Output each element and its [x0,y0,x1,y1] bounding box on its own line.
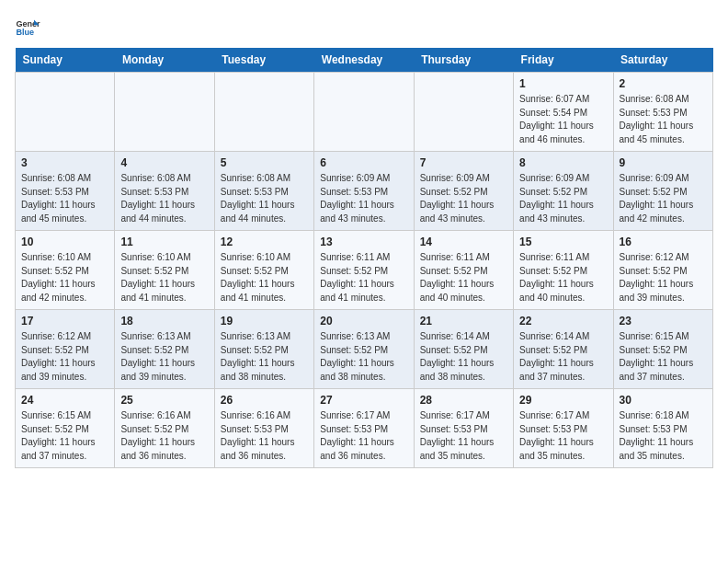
calendar-cell: 6Sunrise: 6:09 AM Sunset: 5:53 PM Daylig… [314,152,414,231]
day-number: 6 [320,156,407,169]
day-number: 26 [221,394,308,407]
calendar-cell: 12Sunrise: 6:10 AM Sunset: 5:52 PM Dayli… [214,231,313,310]
calendar-cell: 25Sunrise: 6:16 AM Sunset: 5:52 PM Dayli… [115,389,214,468]
day-number: 7 [420,156,507,169]
day-info: Sunrise: 6:15 AM Sunset: 5:52 PM Dayligh… [21,409,108,463]
day-info: Sunrise: 6:13 AM Sunset: 5:52 PM Dayligh… [120,330,208,384]
day-info: Sunrise: 6:11 AM Sunset: 5:52 PM Dayligh… [420,251,507,304]
day-info: Sunrise: 6:12 AM Sunset: 5:52 PM Dayligh… [21,330,108,384]
day-number: 29 [519,394,607,407]
day-number: 8 [519,156,607,169]
logo-icon: General Blue [15,15,40,40]
day-info: Sunrise: 6:10 AM Sunset: 5:52 PM Dayligh… [21,251,108,304]
day-info: Sunrise: 6:17 AM Sunset: 5:53 PM Dayligh… [519,409,607,463]
day-info: Sunrise: 6:17 AM Sunset: 5:53 PM Dayligh… [320,409,407,463]
calendar-cell: 8Sunrise: 6:09 AM Sunset: 5:52 PM Daylig… [514,152,613,231]
calendar-cell: 20Sunrise: 6:13 AM Sunset: 5:52 PM Dayli… [314,310,414,389]
calendar-cell: 22Sunrise: 6:14 AM Sunset: 5:52 PM Dayli… [514,310,613,389]
calendar-cell: 10Sunrise: 6:10 AM Sunset: 5:52 PM Dayli… [16,231,115,310]
weekday-header-friday: Friday [514,48,613,73]
day-info: Sunrise: 6:08 AM Sunset: 5:53 PM Dayligh… [120,172,208,225]
calendar-cell: 1Sunrise: 6:07 AM Sunset: 5:54 PM Daylig… [514,73,613,152]
day-number: 1 [519,77,607,90]
weekday-header-wednesday: Wednesday [314,48,414,73]
calendar-cell: 13Sunrise: 6:11 AM Sunset: 5:52 PM Dayli… [314,231,414,310]
weekday-header-monday: Monday [115,48,214,73]
day-number: 3 [21,156,108,169]
calendar-table: SundayMondayTuesdayWednesdayThursdayFrid… [15,48,713,468]
calendar-cell [214,73,313,152]
day-number: 12 [221,236,308,248]
week-row-5: 24Sunrise: 6:15 AM Sunset: 5:52 PM Dayli… [16,389,713,468]
calendar-cell: 11Sunrise: 6:10 AM Sunset: 5:52 PM Dayli… [115,231,214,310]
day-number: 25 [120,394,208,407]
weekday-header-row: SundayMondayTuesdayWednesdayThursdayFrid… [16,48,713,73]
day-number: 16 [620,236,707,248]
calendar-cell: 27Sunrise: 6:17 AM Sunset: 5:53 PM Dayli… [314,389,414,468]
calendar-cell: 29Sunrise: 6:17 AM Sunset: 5:53 PM Dayli… [514,389,613,468]
weekday-header-saturday: Saturday [613,48,712,73]
day-number: 28 [420,394,507,407]
day-number: 10 [21,236,108,248]
page-header: General Blue [15,15,713,40]
day-number: 27 [320,394,407,407]
day-number: 23 [620,315,707,327]
day-number: 22 [519,315,607,327]
week-row-4: 17Sunrise: 6:12 AM Sunset: 5:52 PM Dayli… [16,310,713,389]
day-number: 17 [21,315,108,327]
day-info: Sunrise: 6:10 AM Sunset: 5:52 PM Dayligh… [120,251,208,304]
day-info: Sunrise: 6:14 AM Sunset: 5:52 PM Dayligh… [519,330,607,384]
calendar-cell [115,73,214,152]
day-info: Sunrise: 6:12 AM Sunset: 5:52 PM Dayligh… [620,251,707,304]
day-number: 21 [420,315,507,327]
day-number: 4 [120,156,208,169]
day-info: Sunrise: 6:16 AM Sunset: 5:52 PM Dayligh… [120,409,208,463]
calendar-cell: 2Sunrise: 6:08 AM Sunset: 5:53 PM Daylig… [613,73,712,152]
day-number: 11 [120,236,208,248]
calendar-cell: 9Sunrise: 6:09 AM Sunset: 5:52 PM Daylig… [613,152,712,231]
day-info: Sunrise: 6:09 AM Sunset: 5:52 PM Dayligh… [420,172,507,225]
day-number: 9 [620,156,707,169]
day-info: Sunrise: 6:15 AM Sunset: 5:52 PM Dayligh… [620,330,707,384]
calendar-cell: 14Sunrise: 6:11 AM Sunset: 5:52 PM Dayli… [414,231,513,310]
calendar-cell: 30Sunrise: 6:18 AM Sunset: 5:53 PM Dayli… [613,389,712,468]
day-number: 5 [221,156,308,169]
calendar-cell: 4Sunrise: 6:08 AM Sunset: 5:53 PM Daylig… [115,152,214,231]
logo: General Blue [15,15,40,40]
day-number: 20 [320,315,407,327]
calendar-cell: 28Sunrise: 6:17 AM Sunset: 5:53 PM Dayli… [414,389,513,468]
calendar-cell [16,73,115,152]
day-info: Sunrise: 6:14 AM Sunset: 5:52 PM Dayligh… [420,330,507,384]
day-info: Sunrise: 6:10 AM Sunset: 5:52 PM Dayligh… [221,251,308,304]
calendar-cell [314,73,414,152]
weekday-header-thursday: Thursday [414,48,513,73]
day-info: Sunrise: 6:11 AM Sunset: 5:52 PM Dayligh… [519,251,607,304]
calendar-cell: 21Sunrise: 6:14 AM Sunset: 5:52 PM Dayli… [414,310,513,389]
day-info: Sunrise: 6:09 AM Sunset: 5:52 PM Dayligh… [519,172,607,225]
day-number: 15 [519,236,607,248]
calendar-cell [414,73,513,152]
day-number: 30 [620,394,707,407]
day-info: Sunrise: 6:09 AM Sunset: 5:52 PM Dayligh… [620,172,707,225]
day-info: Sunrise: 6:16 AM Sunset: 5:53 PM Dayligh… [221,409,308,463]
week-row-3: 10Sunrise: 6:10 AM Sunset: 5:52 PM Dayli… [16,231,713,310]
day-info: Sunrise: 6:09 AM Sunset: 5:53 PM Dayligh… [320,172,407,225]
week-row-1: 1Sunrise: 6:07 AM Sunset: 5:54 PM Daylig… [16,73,713,152]
calendar-cell: 3Sunrise: 6:08 AM Sunset: 5:53 PM Daylig… [16,152,115,231]
calendar-cell: 17Sunrise: 6:12 AM Sunset: 5:52 PM Dayli… [16,310,115,389]
calendar-cell: 7Sunrise: 6:09 AM Sunset: 5:52 PM Daylig… [414,152,513,231]
day-number: 19 [221,315,308,327]
weekday-header-tuesday: Tuesday [214,48,313,73]
day-info: Sunrise: 6:18 AM Sunset: 5:53 PM Dayligh… [620,409,707,463]
calendar-cell: 19Sunrise: 6:13 AM Sunset: 5:52 PM Dayli… [214,310,313,389]
day-info: Sunrise: 6:08 AM Sunset: 5:53 PM Dayligh… [221,172,308,225]
calendar-cell: 15Sunrise: 6:11 AM Sunset: 5:52 PM Dayli… [514,231,613,310]
day-info: Sunrise: 6:08 AM Sunset: 5:53 PM Dayligh… [620,93,707,146]
calendar-cell: 24Sunrise: 6:15 AM Sunset: 5:52 PM Dayli… [16,389,115,468]
calendar-cell: 5Sunrise: 6:08 AM Sunset: 5:53 PM Daylig… [214,152,313,231]
day-number: 24 [21,394,108,407]
day-info: Sunrise: 6:11 AM Sunset: 5:52 PM Dayligh… [320,251,407,304]
day-number: 14 [420,236,507,248]
day-number: 2 [620,77,707,90]
day-info: Sunrise: 6:07 AM Sunset: 5:54 PM Dayligh… [519,93,607,146]
